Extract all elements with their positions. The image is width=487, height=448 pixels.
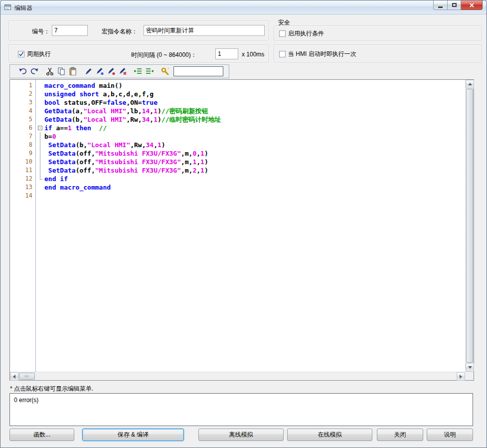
macro-editor-window: 编辑器 编号： 宏指令名称： 安全 启用执行条件 [0, 0, 487, 448]
minimize-button[interactable] [433, 0, 448, 10]
app-icon [4, 3, 12, 11]
vertical-scrollbar[interactable] [465, 80, 474, 372]
offline-simulation-button[interactable]: 离线模拟 [198, 429, 284, 441]
maximize-icon [452, 3, 457, 7]
undo-icon [18, 66, 28, 76]
arrow-down-icon [468, 366, 472, 369]
enable-condition-checkbox[interactable]: 启用执行条件 [279, 29, 324, 38]
close-button[interactable] [461, 0, 483, 10]
close-editor-button[interactable]: 关闭 [377, 429, 423, 441]
compile-pen-button[interactable] [82, 66, 94, 77]
maximize-button[interactable] [448, 0, 461, 10]
list-indent-icon [133, 66, 143, 76]
paste-icon [68, 66, 78, 76]
pen-red-icon [106, 66, 116, 76]
compile-output: 0 error(s) [9, 393, 473, 426]
scroll-up-button[interactable] [466, 80, 474, 88]
startup-panel: 当 HMI 启动时即执行一次 [274, 44, 482, 62]
check-icon [18, 51, 24, 57]
startup-label: 当 HMI 启动时即执行一次 [288, 50, 356, 58]
security-panel: 启用执行条件 [274, 25, 482, 40]
fold-collapse-icon[interactable]: - [38, 126, 42, 130]
enable-condition-label: 启用执行条件 [288, 29, 324, 38]
line-numbers: 1234567891011121314 [10, 80, 36, 372]
macro-info-panel: 编号： 宏指令名称： [8, 20, 269, 40]
toolbar-search-input[interactable] [173, 66, 223, 76]
redo-button[interactable] [28, 66, 40, 77]
pen-cancel-icon [118, 66, 128, 76]
scrollbar-corner [465, 372, 474, 380]
pen-blue-icon [95, 66, 105, 76]
number-input[interactable] [52, 25, 88, 36]
error-count: 0 error(s) [14, 397, 38, 404]
redo-icon [29, 66, 39, 76]
client-area: 编号： 宏指令名称： 安全 启用执行条件 周期执行 时间间隔 ( [0, 14, 487, 448]
window-title: 编辑器 [14, 4, 32, 12]
outdent-button[interactable] [144, 66, 155, 77]
edit-surface[interactable]: 1234567891011121314 macro_command main()… [10, 80, 465, 372]
list-outdent-icon [145, 66, 155, 76]
wrench-icon [160, 66, 170, 76]
periodic-checkbox-box[interactable] [18, 51, 24, 57]
help-button[interactable]: 说明 [427, 429, 473, 441]
periodic-label: 周期执行 [27, 50, 51, 58]
vertical-scroll-thumb[interactable] [466, 89, 473, 363]
titlebar: 编辑器 [0, 0, 487, 14]
edit-menu-hint: * 点击鼠标右键可显示编辑菜单. [10, 385, 93, 393]
paste-button[interactable] [67, 66, 78, 77]
cancel-pen-button[interactable] [117, 66, 128, 77]
startup-checkbox[interactable]: 当 HMI 启动时即执行一次 [279, 50, 356, 58]
enable-condition-checkbox-box[interactable] [279, 30, 286, 37]
functions-button[interactable]: 函数... [9, 429, 74, 441]
copy-button[interactable] [55, 66, 67, 77]
interval-input[interactable] [215, 48, 238, 59]
interval-unit: x 100ms [242, 51, 264, 58]
debug-pen-button[interactable] [105, 66, 117, 77]
startup-checkbox-box[interactable] [279, 51, 286, 57]
pen-icon [83, 66, 93, 76]
online-simulation-button[interactable]: 在线模拟 [287, 429, 372, 441]
periodic-panel: 周期执行 时间间隔 (0 ~ 864000)： x 100ms [8, 44, 269, 62]
scroll-right-button[interactable] [457, 372, 465, 381]
minimize-icon [438, 6, 443, 8]
arrow-left-icon [13, 375, 15, 379]
scroll-down-button[interactable] [466, 363, 474, 372]
macro-name-input[interactable] [144, 25, 265, 36]
number-label: 编号： [32, 27, 50, 36]
cut-button[interactable] [44, 66, 55, 77]
copy-icon [56, 66, 66, 76]
close-icon [469, 2, 475, 8]
horizontal-scrollbar[interactable] [10, 372, 465, 380]
horizontal-scroll-thumb[interactable] [19, 373, 35, 380]
toolbar [9, 64, 229, 78]
undo-button[interactable] [17, 66, 28, 77]
window-controls [433, 0, 483, 10]
scroll-left-button[interactable] [10, 372, 18, 381]
macro-name-label: 宏指令名称： [102, 27, 138, 36]
cut-icon [45, 66, 55, 76]
code-lines[interactable]: macro_command main()unsigned short a,b,c… [36, 80, 465, 372]
code-editor: 1234567891011121314 macro_command main()… [9, 79, 474, 381]
interval-label: 时间间隔 (0 ~ 864000)： [131, 51, 197, 59]
arrow-right-icon [460, 375, 462, 379]
arrow-up-icon [468, 83, 472, 85]
periodic-checkbox[interactable]: 周期执行 [18, 50, 51, 58]
indent-button[interactable] [132, 66, 144, 77]
trace-pen-button[interactable] [94, 66, 105, 77]
tools-button[interactable] [159, 66, 170, 77]
save-compile-button[interactable]: 保存 & 编译 [82, 429, 184, 441]
